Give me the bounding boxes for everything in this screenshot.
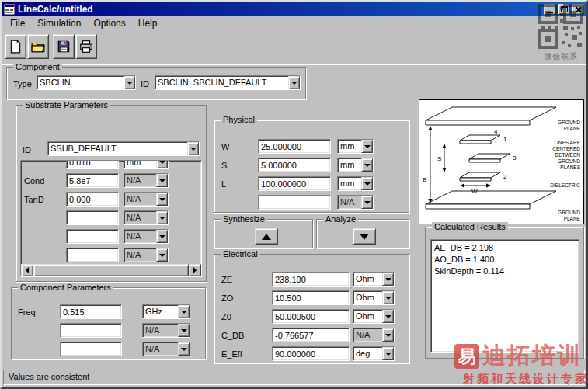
dropdown-button[interactable] bbox=[156, 174, 168, 187]
substrate-row-0-unit-combo[interactable]: mm bbox=[124, 160, 169, 169]
substrate-row-3-unit-combo[interactable]: N/A bbox=[124, 210, 169, 225]
dropdown-button[interactable] bbox=[361, 140, 373, 153]
physical-w-unit-combo[interactable]: mm bbox=[337, 139, 374, 154]
param-row-1-unit-combo[interactable]: N/A bbox=[142, 323, 190, 338]
print-button[interactable] bbox=[75, 34, 97, 59]
cross-section-diagram-panel: 4 1 3 2 S B W GROUND PLANE LINES ARE CEN… bbox=[419, 99, 584, 224]
substrate-row-0-value-input[interactable] bbox=[66, 160, 119, 169]
chevron-down-icon bbox=[159, 217, 165, 220]
menu-help[interactable]: Help bbox=[132, 17, 164, 30]
dropdown-button[interactable] bbox=[178, 342, 190, 356]
electrical-cdb-input[interactable] bbox=[272, 328, 350, 342]
menu-file[interactable]: File bbox=[4, 17, 31, 30]
substrate-id-combo[interactable]: SSUB_DEFAULT bbox=[47, 141, 200, 156]
component-type-combo[interactable]: SBCLIN bbox=[37, 75, 136, 90]
dropdown-button[interactable] bbox=[178, 324, 190, 337]
dropdown-button[interactable] bbox=[156, 211, 168, 224]
dropdown-button[interactable] bbox=[382, 328, 394, 342]
dropdown-button[interactable] bbox=[156, 160, 168, 168]
new-button[interactable] bbox=[5, 34, 26, 59]
physical-row-3-input[interactable] bbox=[258, 195, 331, 210]
physical-l-input[interactable] bbox=[258, 176, 331, 191]
electrical-eeff-input[interactable] bbox=[272, 346, 350, 361]
dropdown-button[interactable] bbox=[124, 76, 135, 89]
electrical-cdb-unit-combo[interactable]: N/A bbox=[353, 328, 395, 342]
top-ground-plane-edge bbox=[426, 120, 530, 125]
dropdown-button[interactable] bbox=[156, 248, 168, 262]
substrate-cond-unit-combo[interactable]: N/A bbox=[124, 173, 169, 188]
electrical-zo-unit-combo[interactable]: Ohm bbox=[353, 290, 395, 305]
unit-value: N/A bbox=[124, 193, 156, 206]
dropdown-button[interactable] bbox=[288, 76, 300, 89]
port-2-number: 2 bbox=[503, 173, 507, 180]
substrate-horizontal-scrollbar[interactable] bbox=[21, 264, 201, 276]
substrate-id-label: ID bbox=[23, 144, 31, 155]
dropdown-button[interactable] bbox=[382, 347, 394, 360]
param-row-1-value-input[interactable] bbox=[60, 323, 122, 338]
strip-line-1-edge bbox=[460, 141, 491, 144]
substrate-tand-value-input[interactable] bbox=[66, 192, 119, 207]
maximize-button[interactable] bbox=[558, 4, 570, 15]
result-ae-db: AE_DB = 2.198 bbox=[434, 242, 576, 254]
electrical-z0-input[interactable] bbox=[272, 309, 350, 324]
physical-s-input[interactable] bbox=[258, 158, 331, 172]
linecalc-window: LineCalc/untitled File Simulation Option… bbox=[0, 0, 588, 389]
electrical-ze-input[interactable] bbox=[272, 272, 350, 287]
bottom-ground-plane-edge bbox=[426, 204, 530, 209]
physical-w-input[interactable] bbox=[258, 139, 331, 154]
close-button[interactable] bbox=[572, 4, 584, 15]
open-button[interactable] bbox=[27, 34, 49, 59]
freq-value-input[interactable] bbox=[60, 304, 122, 319]
dropdown-button[interactable] bbox=[382, 310, 394, 323]
dropdown-button[interactable] bbox=[361, 177, 373, 190]
electrical-ze-unit-combo[interactable]: Ohm bbox=[353, 272, 395, 287]
dropdown-button[interactable] bbox=[361, 196, 373, 209]
param-row-2-value-input[interactable] bbox=[60, 342, 122, 356]
chevron-down-icon bbox=[385, 278, 391, 281]
chevron-down-icon bbox=[190, 148, 197, 151]
dropdown-button[interactable] bbox=[156, 230, 168, 243]
physical-s-unit-combo[interactable]: mm bbox=[337, 158, 374, 172]
substrate-cond-value-input[interactable] bbox=[66, 173, 119, 188]
freq-unit-combo[interactable]: GHz bbox=[142, 304, 190, 319]
analyze-button[interactable] bbox=[353, 228, 376, 245]
component-type-label: Type bbox=[13, 78, 32, 89]
synthesize-button[interactable] bbox=[255, 228, 278, 245]
component-id-combo[interactable]: SBCLIN: SBCLIN_DEFAULT bbox=[155, 75, 301, 90]
titlebar[interactable]: LineCalc/untitled bbox=[2, 2, 586, 16]
substrate-group-label: Substrate Parameters bbox=[23, 100, 110, 110]
top-ground-plane-caption-line2: PLANE bbox=[564, 126, 581, 131]
toolbar bbox=[2, 30, 586, 64]
physical-row-3-unit-combo[interactable]: N/A bbox=[337, 195, 374, 210]
menu-options[interactable]: Options bbox=[87, 17, 131, 30]
chevron-down-icon bbox=[159, 254, 165, 257]
substrate-row-4-unit-combo[interactable]: N/A bbox=[124, 229, 169, 244]
substrate-row-5-unit-combo[interactable]: N/A bbox=[124, 248, 169, 262]
window-title: LineCalc/untitled bbox=[18, 4, 93, 15]
component-type-value: SBCLIN bbox=[37, 76, 124, 89]
electrical-z0-unit-combo[interactable]: Ohm bbox=[353, 309, 395, 324]
dropdown-button[interactable] bbox=[361, 158, 373, 172]
dropdown-button[interactable] bbox=[382, 273, 394, 286]
substrate-row-5-value-input[interactable] bbox=[66, 248, 119, 262]
scroll-left-button[interactable] bbox=[21, 264, 33, 276]
substrate-row-3-value-input[interactable] bbox=[66, 210, 119, 225]
substrate-tand-label: TanD bbox=[24, 194, 44, 205]
scrollbar-thumb[interactable] bbox=[33, 264, 189, 276]
electrical-zo-input[interactable] bbox=[272, 290, 350, 305]
dropdown-button[interactable] bbox=[382, 291, 394, 304]
physical-l-unit-combo[interactable]: mm bbox=[337, 176, 374, 191]
component-group: Component Type SBCLIN ID SBCLIN: SBCLIN_… bbox=[6, 67, 306, 99]
dropdown-button[interactable] bbox=[187, 142, 199, 155]
centered-note-line5: PLANES bbox=[560, 165, 580, 170]
substrate-tand-unit-combo[interactable]: N/A bbox=[124, 192, 169, 207]
minimize-button[interactable] bbox=[544, 4, 556, 15]
save-button[interactable] bbox=[53, 34, 75, 59]
substrate-row-4-value-input[interactable] bbox=[66, 229, 119, 244]
electrical-eeff-unit-combo[interactable]: deg bbox=[353, 346, 395, 361]
dropdown-button[interactable] bbox=[156, 193, 168, 206]
scroll-right-button[interactable] bbox=[189, 264, 201, 276]
dropdown-button[interactable] bbox=[178, 305, 190, 318]
param-row-2-unit-combo[interactable]: N/A bbox=[142, 342, 190, 356]
menu-simulation[interactable]: Simulation bbox=[31, 17, 87, 30]
